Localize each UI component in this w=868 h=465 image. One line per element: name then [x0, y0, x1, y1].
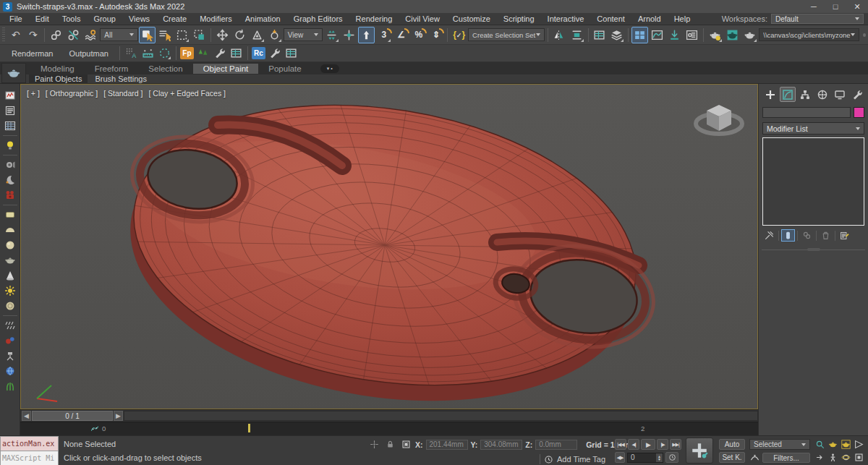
- strap-model[interactable]: [21, 85, 758, 409]
- selection-filter-dropdown[interactable]: All: [100, 28, 138, 41]
- modify-tab[interactable]: [780, 87, 796, 102]
- percent-snap-toggle[interactable]: %: [410, 27, 427, 43]
- key-mode-toggle[interactable]: ◀▶: [615, 452, 625, 463]
- key-filters-button[interactable]: Filters...: [762, 453, 810, 463]
- camera-tripod-icon[interactable]: [2, 349, 18, 363]
- y-coord-field[interactable]: 304.08mm: [480, 440, 522, 450]
- configure-modifier-sets-button[interactable]: [838, 229, 851, 242]
- viewport-canvas[interactable]: [ + ] [ Orthographic ] [ Standard ] [ Cl…: [20, 84, 758, 409]
- select-and-manipulate-button[interactable]: [341, 27, 357, 43]
- plane-primitive-icon[interactable]: [2, 208, 18, 222]
- object-name-field[interactable]: [762, 107, 851, 118]
- grid-a-icon[interactable]: A: [124, 46, 139, 61]
- menu-group[interactable]: Group: [87, 14, 122, 23]
- listener-list-icon[interactable]: [2, 103, 18, 118]
- sphere-primitive-icon[interactable]: [2, 238, 18, 252]
- forest-icon[interactable]: [195, 46, 210, 61]
- redo-button[interactable]: ↷: [25, 27, 41, 43]
- z-coord-field[interactable]: 0.0mm: [535, 440, 577, 450]
- spinner-snap-toggle[interactable]: ⇕: [427, 27, 444, 43]
- workspaces-dropdown[interactable]: Default: [771, 14, 864, 24]
- reference-coordsys-dropdown[interactable]: View: [284, 28, 323, 41]
- fisheye-camera-icon[interactable]: [2, 158, 18, 172]
- render-graph-icon[interactable]: [2, 88, 18, 103]
- schematic-view-button[interactable]: [684, 27, 700, 43]
- menu-civil-view[interactable]: Civil View: [399, 14, 446, 23]
- add-time-tag-button[interactable]: Add Time Tag: [557, 455, 605, 464]
- viewport-menu-pov[interactable]: [ Orthographic ]: [46, 89, 98, 98]
- zoom-extents-all-icon[interactable]: [839, 439, 852, 450]
- motion-tab[interactable]: [814, 87, 830, 102]
- create-tab[interactable]: [762, 87, 778, 102]
- project-path-dropdown[interactable]: \\canvas\scgi\clients\myzone: [759, 28, 859, 41]
- wrench2-icon[interactable]: [267, 46, 282, 61]
- select-by-name-button[interactable]: [156, 27, 173, 43]
- key-filter-dropdown[interactable]: Selected: [749, 439, 810, 450]
- current-frame-field[interactable]: 0 ▲▼: [627, 453, 663, 463]
- listener-pane[interactable]: MAXScript Mi: [0, 451, 59, 465]
- rollout-splitter[interactable]: [762, 248, 865, 252]
- time-slider-track[interactable]: [124, 411, 758, 421]
- zoom-extents-icon[interactable]: [826, 439, 839, 450]
- utilities-tab[interactable]: [849, 87, 865, 102]
- absolute-relative-coord-toggle[interactable]: [399, 439, 412, 450]
- macro-recorder-pane[interactable]: actionMan.ex: [0, 436, 59, 451]
- menu-interactive[interactable]: Interactive: [541, 14, 591, 23]
- orbit-icon[interactable]: [839, 452, 852, 463]
- isolate-selection-toggle[interactable]: [367, 439, 380, 450]
- select-and-scale-button[interactable]: [249, 27, 265, 43]
- next-frame-button[interactable]: |▶: [657, 439, 668, 450]
- field-of-view-icon[interactable]: [852, 439, 865, 450]
- viewport-menu-shading[interactable]: [ Clay + Edged Faces ]: [148, 89, 226, 98]
- fp-badge-button[interactable]: Fp: [180, 47, 194, 59]
- material-editor-button[interactable]: [707, 27, 723, 43]
- previous-frame-button[interactable]: ◀|: [628, 439, 639, 450]
- x-coord-field[interactable]: 201.44mm: [426, 440, 468, 450]
- ribbon-tab-freeform[interactable]: Freeform: [85, 64, 139, 74]
- hierarchy-tab[interactable]: [797, 87, 813, 102]
- mirror-button[interactable]: [551, 27, 568, 43]
- viewport-menu-general[interactable]: [ + ]: [27, 89, 40, 98]
- remove-modifier-button[interactable]: [819, 229, 833, 242]
- edit-named-selection-sets-button[interactable]: {✓}: [451, 27, 467, 43]
- frame-spinner[interactable]: ▲▼: [656, 453, 663, 462]
- foliage-icon[interactable]: [2, 379, 18, 393]
- menu-graph-editors[interactable]: Graph Editors: [287, 14, 349, 23]
- default-tangent-button[interactable]: [748, 452, 761, 463]
- molecules-icon[interactable]: [2, 333, 18, 348]
- ribbon-tab-selection[interactable]: Selection: [138, 64, 192, 74]
- curve-editor-button[interactable]: [649, 27, 665, 43]
- menu-help[interactable]: Help: [668, 14, 697, 23]
- lightbulb-icon[interactable]: [2, 138, 18, 153]
- disc-primitive-icon[interactable]: [2, 299, 18, 313]
- select-object-button[interactable]: [139, 27, 156, 43]
- time-configuration-button[interactable]: [665, 452, 678, 463]
- menu-tools[interactable]: Tools: [56, 14, 88, 23]
- menu-arnold[interactable]: Arnold: [631, 14, 668, 23]
- pin-stack-button[interactable]: [762, 229, 776, 242]
- renderman-button[interactable]: Renderman: [4, 47, 60, 60]
- scene-explorer-button[interactable]: [591, 27, 608, 43]
- select-and-rotate-button[interactable]: [231, 27, 248, 43]
- viewcube[interactable]: [686, 95, 752, 145]
- use-pivot-point-button[interactable]: [323, 27, 340, 43]
- time-slider-handle[interactable]: 0 / 1: [32, 411, 113, 421]
- toolbar-overflow-handle[interactable]: [863, 33, 866, 37]
- ribbon-tab-modeling[interactable]: Modeling: [30, 64, 85, 74]
- menu-file[interactable]: File: [3, 14, 29, 23]
- go-to-end-button[interactable]: ▶▶|: [670, 439, 681, 450]
- dope-sheet-button[interactable]: [666, 27, 683, 43]
- toolbar-grip[interactable]: [2, 27, 5, 42]
- zoom-region-icon[interactable]: [813, 452, 826, 463]
- list-table-icon[interactable]: [229, 46, 244, 61]
- maximize-button[interactable]: □: [825, 0, 846, 13]
- cone-primitive-icon[interactable]: [2, 268, 18, 283]
- selection-lock-toggle[interactable]: [383, 439, 396, 450]
- make-unique-button[interactable]: [800, 229, 814, 242]
- measure-icon[interactable]: [140, 46, 156, 61]
- maximize-viewport-toggle[interactable]: [852, 452, 865, 463]
- ribbon-toggle-button[interactable]: [631, 27, 648, 43]
- minimize-button[interactable]: ─: [803, 0, 825, 13]
- zoom-icon[interactable]: [813, 439, 826, 450]
- modifier-stack[interactable]: [762, 137, 864, 226]
